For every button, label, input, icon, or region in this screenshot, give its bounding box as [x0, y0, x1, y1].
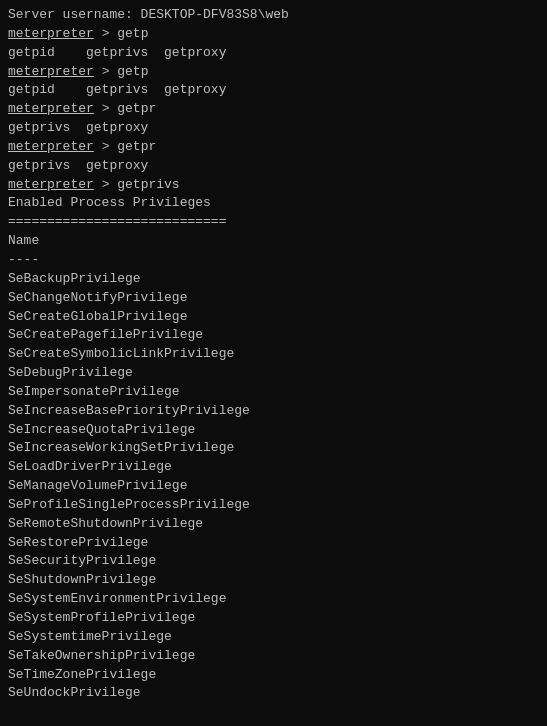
terminal-line: SeManageVolumePrivilege — [8, 477, 539, 496]
command-text: > getpr — [94, 139, 156, 154]
terminal-line: SeCreateGlobalPrivilege — [8, 308, 539, 327]
meterpreter-prompt[interactable]: meterpreter — [8, 101, 94, 116]
terminal-line: getprivs getproxy — [8, 119, 539, 138]
meterpreter-prompt[interactable]: meterpreter — [8, 64, 94, 79]
terminal-line: Enabled Process Privileges — [8, 194, 539, 213]
terminal-line: SeCreateSymbolicLinkPrivilege — [8, 345, 539, 364]
terminal-line: SeIncreaseWorkingSetPrivilege — [8, 439, 539, 458]
terminal-line: SeCreatePagefilePrivilege — [8, 326, 539, 345]
meterpreter-prompt[interactable]: meterpreter — [8, 177, 94, 192]
terminal-line: SeSecurityPrivilege — [8, 552, 539, 571]
terminal-line: SeChangeNotifyPrivilege — [8, 289, 539, 308]
meterpreter-prompt[interactable]: meterpreter — [8, 26, 94, 41]
terminal-line: SeLoadDriverPrivilege — [8, 458, 539, 477]
terminal-line: SeShutdownPrivilege — [8, 571, 539, 590]
terminal-line: SeIncreaseBasePriorityPrivilege — [8, 402, 539, 421]
terminal-line: SeDebugPrivilege — [8, 364, 539, 383]
terminal-line: SeSystemProfilePrivilege — [8, 609, 539, 628]
terminal-line: getpid getprivs getproxy — [8, 44, 539, 63]
meterpreter-prompt[interactable]: meterpreter — [8, 139, 94, 154]
terminal-line: meterpreter > getp — [8, 63, 539, 82]
terminal-line: SeProfileSingleProcessPrivilege — [8, 496, 539, 515]
terminal-line: ---- — [8, 251, 539, 270]
terminal-line: SeRestorePrivilege — [8, 534, 539, 553]
terminal-line: getprivs getproxy — [8, 157, 539, 176]
terminal-line: getpid getprivs getproxy — [8, 81, 539, 100]
terminal-line: meterpreter > getprivs — [8, 176, 539, 195]
terminal-line: SeSystemtimePrivilege — [8, 628, 539, 647]
terminal-line: meterpreter > getpr — [8, 100, 539, 119]
terminal-line: SeSystemEnvironmentPrivilege — [8, 590, 539, 609]
terminal-line: meterpreter > getp — [8, 25, 539, 44]
terminal-line: SeBackupPrivilege — [8, 270, 539, 289]
terminal-line: Name — [8, 232, 539, 251]
terminal-line: SeRemoteShutdownPrivilege — [8, 515, 539, 534]
terminal-line: Server username: DESKTOP-DFV83S8\web — [8, 6, 539, 25]
terminal-line: SeImpersonatePrivilege — [8, 383, 539, 402]
command-text: > getp — [94, 64, 149, 79]
command-text: > getp — [94, 26, 149, 41]
terminal-container: Server username: DESKTOP-DFV83S8\webmete… — [8, 6, 539, 703]
terminal-line: SeTakeOwnershipPrivilege — [8, 647, 539, 666]
command-text: > getpr — [94, 101, 156, 116]
terminal-line: SeUndockPrivilege — [8, 684, 539, 703]
terminal-line: ============================ — [8, 213, 539, 232]
command-text: > getprivs — [94, 177, 180, 192]
terminal-line: meterpreter > getpr — [8, 138, 539, 157]
terminal-line: SeTimeZonePrivilege — [8, 666, 539, 685]
terminal-line: SeIncreaseQuotaPrivilege — [8, 421, 539, 440]
